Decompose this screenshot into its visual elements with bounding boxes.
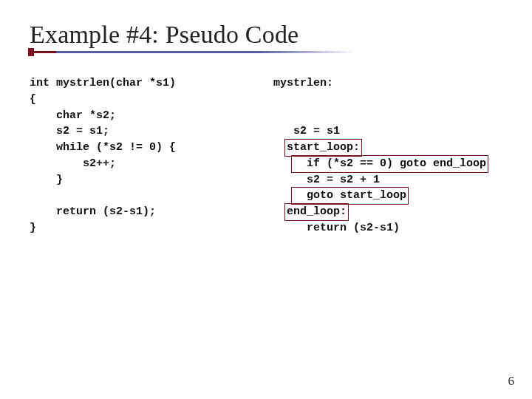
pseudo-code-column: mystrlen: s2 = s1 start_loop: if (*s2 ==… bbox=[273, 75, 502, 236]
c-code-column: int mystrlen(char *s1) { char *s2; s2 = … bbox=[30, 75, 251, 236]
code-line: s2 = s1 bbox=[273, 125, 340, 137]
highlight-goto-start: goto start_loop bbox=[291, 187, 409, 205]
code-line: char *s2; bbox=[30, 109, 116, 122]
page-number: 6 bbox=[508, 374, 515, 389]
code-indent bbox=[273, 157, 293, 170]
highlight-start-loop-label: start_loop: bbox=[284, 139, 362, 157]
code-line: mystrlen: bbox=[273, 77, 333, 89]
slide: Example #4: Pseudo Code int mystrlen(cha… bbox=[0, 0, 532, 399]
code-line: } bbox=[30, 174, 63, 186]
highlight-if-goto-end: if (*s2 == 0) goto end_loop bbox=[291, 155, 488, 173]
title-underline bbox=[30, 51, 355, 53]
code-line: s2++; bbox=[30, 157, 116, 170]
title-accent-box bbox=[28, 48, 34, 56]
code-line: } bbox=[30, 222, 36, 234]
title-block: Example #4: Pseudo Code bbox=[30, 21, 502, 53]
code-line: while (*s2 != 0) { bbox=[30, 141, 176, 154]
code-line: { bbox=[30, 93, 36, 106]
content-columns: int mystrlen(char *s1) { char *s2; s2 = … bbox=[30, 75, 502, 236]
code-line: s2 = s2 + 1 bbox=[273, 174, 380, 186]
code-line: s2 = s1; bbox=[30, 125, 109, 137]
highlight-end-loop-label: end_loop: bbox=[284, 203, 349, 221]
code-line: return (s2-s1); bbox=[30, 205, 156, 218]
code-indent bbox=[273, 189, 293, 202]
slide-title: Example #4: Pseudo Code bbox=[30, 21, 502, 49]
code-line: return (s2-s1) bbox=[273, 222, 400, 234]
code-line: int mystrlen(char *s1) bbox=[30, 77, 176, 89]
